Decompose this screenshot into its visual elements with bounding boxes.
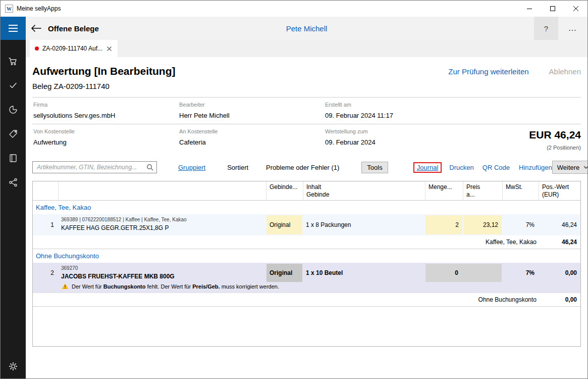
hamburger-menu-button[interactable] <box>1 17 26 40</box>
field-value: 09. Februar 2024 11:17 <box>325 112 581 119</box>
positions-count: (2 Positionen) <box>529 145 581 151</box>
close-button[interactable] <box>564 1 587 17</box>
help-button[interactable]: ? <box>534 17 558 40</box>
sidebar-item-tasks[interactable] <box>1 73 26 98</box>
gear-icon <box>8 361 18 371</box>
qr-code-link[interactable]: QR Code <box>483 164 510 171</box>
sidebar-item-prices[interactable] <box>1 122 26 146</box>
field-row-1: Firma sellysolutions Serv.ges.mbH Bearbe… <box>32 98 581 124</box>
mwst-cell: 7% <box>502 263 539 283</box>
table-header-row: Gebinde... Inhalt Gebinde Menge... Preis… <box>33 181 580 201</box>
article-name: KAFFEE HAG GEGR.GETR.25X1,8G P <box>61 224 263 231</box>
article-meta: 369389 | 07622200188512 | Kaffee | Kaffe… <box>61 217 263 222</box>
search-icon <box>146 164 153 171</box>
group-footer: Ohne Buchungskonto 0,00 <box>33 293 580 307</box>
back-button[interactable] <box>26 17 46 40</box>
field-von-kostenstelle: Von Kostenstelle Aufwertung <box>33 128 179 146</box>
field-firma: Firma sellysolutions Serv.ges.mbH <box>33 102 179 119</box>
wert-cell: 0,00 <box>539 263 580 283</box>
more-dropdown-label: Weitere <box>557 164 580 171</box>
field-value: Herr Pete Michell <box>179 112 325 119</box>
add-link[interactable]: Hinzufügen <box>519 164 552 171</box>
sidebar-item-journal[interactable] <box>1 146 26 170</box>
search-input[interactable] <box>32 161 157 173</box>
share-network-icon <box>8 177 18 187</box>
group-header: Kaffee, Tee, Kakao <box>33 201 580 214</box>
hamburger-icon <box>9 25 18 26</box>
group-footer-label: Ohne Buchungskonto <box>478 296 537 303</box>
unsaved-dot-icon <box>35 46 39 51</box>
journal-link[interactable]: Journal <box>417 164 439 171</box>
tag-icon <box>8 129 18 139</box>
app-window: W Meine sellyApps <box>0 0 588 379</box>
page-title: Offene Belege <box>48 24 99 33</box>
preis-cell[interactable]: 23,12 <box>463 214 502 235</box>
row-number: 1 <box>33 214 58 235</box>
positions-table: Gebinde... Inhalt Gebinde Menge... Preis… <box>32 181 581 347</box>
reject-link[interactable]: Ablehnen <box>549 67 581 76</box>
book-icon <box>8 153 18 163</box>
wert-cell: 46,24 <box>539 214 580 235</box>
sorted-toggle[interactable]: Sortiert <box>227 164 248 171</box>
grouped-toggle[interactable]: Gruppiert <box>178 164 205 171</box>
print-link[interactable]: Drucken <box>449 164 473 171</box>
table-row[interactable]: 2 369270 JACOBS FRUEHST-KAFFEE MKB 800G … <box>33 263 580 293</box>
check-icon <box>8 80 18 90</box>
group-footer-value: 0,00 <box>537 296 580 303</box>
problems-filter[interactable]: Probleme oder Fehler (1) <box>266 164 339 171</box>
table-row[interactable]: 1 369389 | 07622200188512 | Kaffee | Kaf… <box>33 214 580 235</box>
group-footer-value: 46,24 <box>537 239 580 246</box>
minimize-icon <box>527 6 532 11</box>
tab-label: ZA-0209-111740 Auf... <box>42 45 102 52</box>
back-arrow-icon <box>31 24 41 32</box>
tab-close-button[interactable] <box>106 45 113 52</box>
gebinde-cell[interactable]: Original <box>266 214 303 235</box>
chevron-down-icon <box>583 166 587 169</box>
article-name: JACOBS FRUEHST-KAFFEE MKB 800G <box>61 273 263 280</box>
gebinde-cell[interactable]: Original <box>266 263 303 283</box>
document-totals: EUR 46,24 (2 Positionen) <box>529 129 581 151</box>
header: Offene Belege Pete Michell ? … <box>26 17 587 40</box>
col-header-mwst: MwSt. <box>502 181 539 200</box>
article-cell: 369389 | 07622200188512 | Kaffee | Kaffe… <box>58 214 266 235</box>
journal-highlight-box: Journal <box>413 162 442 173</box>
article-meta: 369270 <box>61 265 263 271</box>
minimize-button[interactable] <box>518 1 541 17</box>
col-header-article <box>58 181 266 200</box>
menge-cell[interactable]: 0 <box>425 263 502 283</box>
col-header-menge: Menge... <box>425 181 463 200</box>
inhalt-cell: 1 x 8 Packungen <box>303 214 425 235</box>
col-header-gebinde: Gebinde... <box>266 181 303 200</box>
maximize-button[interactable] <box>541 1 564 17</box>
sidebar-item-share[interactable] <box>1 170 26 195</box>
tab-strip: ZA-0209-111740 Auf... <box>26 40 587 57</box>
col-header-num <box>33 181 58 200</box>
more-dropdown-button[interactable]: Weitere <box>552 161 587 174</box>
forward-for-review-link[interactable]: Zur Prüfung weiterleiten <box>448 67 528 76</box>
warning-icon <box>62 283 69 290</box>
field-label: Erstellt am <box>325 102 581 108</box>
group-header: Ohne Buchungskonto <box>33 249 580 263</box>
sidebar-item-reports[interactable] <box>1 98 26 122</box>
inhalt-cell: 1 x 10 Beutel <box>303 263 425 283</box>
sidebar-item-settings[interactable] <box>1 354 26 378</box>
maximize-icon <box>550 6 555 11</box>
app-title: Meine sellyApps <box>17 5 61 12</box>
sidebar-item-cart[interactable] <box>1 49 26 73</box>
mwst-cell: 7% <box>502 214 539 235</box>
titlebar: W Meine sellyApps <box>1 1 587 17</box>
col-header-wert: Pos.-Wert (EUR) <box>539 181 580 200</box>
field-label: Von Kostenstelle <box>33 128 179 134</box>
col-header-preis: Preis a... <box>463 181 502 200</box>
field-label: Bearbeiter <box>179 102 325 108</box>
menge-cell[interactable]: 2 <box>425 214 463 235</box>
cart-icon <box>8 56 18 66</box>
field-row-2: Von Kostenstelle Aufwertung An Kostenste… <box>32 124 581 151</box>
field-value: Cafeteria <box>179 138 325 146</box>
tools-button[interactable]: Tools <box>361 162 388 173</box>
header-more-button[interactable]: … <box>558 17 587 40</box>
user-menu[interactable]: Pete Michell <box>286 24 328 33</box>
tab-document[interactable]: ZA-0209-111740 Auf... <box>30 40 118 57</box>
field-value: sellysolutions Serv.ges.mbH <box>33 112 179 119</box>
group-footer: Kaffee, Tee, Kakao 46,24 <box>33 235 580 249</box>
